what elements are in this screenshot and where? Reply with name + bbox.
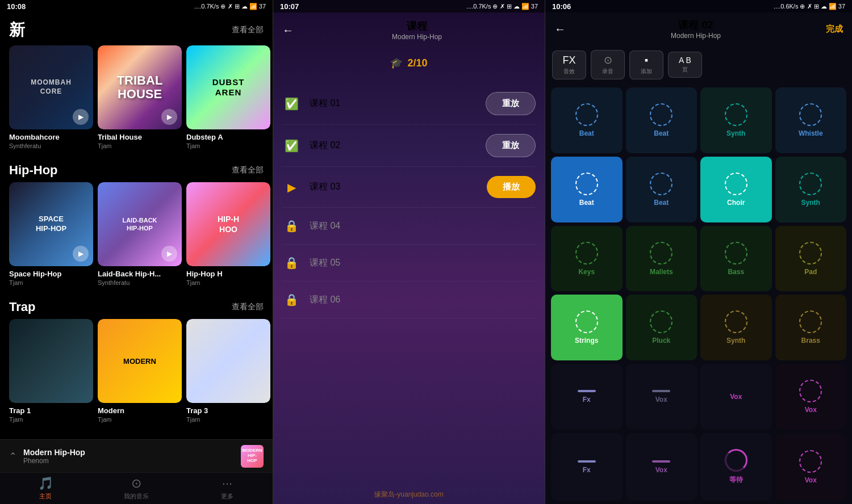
pad-fx-2[interactable]: Fx [551,433,623,501]
pad-beat-active[interactable]: Beat [551,157,623,222]
fx-effects-btn[interactable]: FX 音效 [552,51,586,79]
pad-subtitle: Modern Hip-Hop [566,32,826,40]
card-trap2[interactable]: MODERN Modern Tjam [98,319,182,423]
course-item-03: ▶ 课程 03 播放 [282,167,536,208]
pad-label-20: Vox [805,406,817,414]
pad-vox-3[interactable]: Vox [775,364,847,430]
pad-label-6: Beat [654,199,669,207]
see-all-hiphop-btn[interactable]: 查看全部 [232,165,264,175]
pad-bass[interactable]: Bass [700,226,772,292]
pad-ring-16 [799,310,822,333]
expand-icon[interactable]: ⌃ [9,451,16,461]
card-tribal[interactable]: TRIBALHOUSE ▶ Tribal House Tjam [98,45,182,149]
pad-beat-1[interactable]: Beat [551,87,623,153]
add-icon: ▪ [645,54,648,66]
pad-ring-7 [725,173,747,195]
course-name-05: 课程 05 [310,257,536,269]
library-panel: 10:08 ....0.7K/s ⊕ ✗ ⊞ ☁ 📶 37 新 查看全部 MOO… [0,0,273,504]
card-trap3[interactable]: Trap 3 Tjam [186,319,270,423]
pad-label-23: 等待 [729,475,743,485]
loading-ring [725,449,747,472]
pad-strings[interactable]: Strings [551,295,623,360]
course-status-01: ✅ [282,95,300,113]
pad-done-btn[interactable]: 完成 [826,24,843,35]
pad-ring-13 [575,310,598,333]
course-status-03: ▶ [282,178,300,196]
course-back-btn[interactable]: ← [282,24,294,37]
hiphop-section-title: Hip-Hop [9,163,58,178]
pad-mallets[interactable]: Mallets [626,226,698,292]
card-artist-hiphop-h: Tjam [186,279,270,286]
new-cards-row: MOOMBAHCORE ▶ Moombahcore Synthferatu TR… [0,45,273,156]
nav-more-label: 更多 [221,492,233,501]
pad-pad[interactable]: Pad [775,226,847,292]
card-artist-trap1: Tjam [9,416,93,423]
card-laidback[interactable]: LAID-BACKHIP-HOP ▶ Laid-Back Hip-H... Sy… [98,182,182,286]
card-moombahcore[interactable]: MOOMBAHCORE ▶ Moombahcore Synthferatu [9,45,93,149]
course-name-02: 课程 02 [310,140,477,152]
pad-ring-12 [799,242,822,264]
fx-page-btn[interactable]: A B 页 [668,52,702,78]
bottom-player: ⌃ Modern Hip-Hop Phenom MODERNHIP-HOP [0,439,273,472]
play-overlay-tribal[interactable]: ▶ [161,109,177,125]
course-replay-01[interactable]: 重放 [486,92,536,115]
card-dubstep[interactable]: DUBSTAREN Dubstep A Tjam [186,45,270,149]
fx-icon: FX [562,54,575,66]
play-overlay-moombahcore[interactable]: ▶ [73,109,89,125]
pad-vox-5[interactable]: Vox [775,433,847,501]
pad-keys[interactable]: Keys [551,226,623,292]
nav-home[interactable]: 🎵 主页 [0,473,91,504]
pad-ring-2 [650,103,673,126]
pad-loading[interactable]: 等待 [700,433,772,501]
card-hiphop-h[interactable]: HIP-HHOO Hip-Hop H Tjam [186,182,270,286]
card-name-moombahcore: Moombahcore [9,133,93,141]
course-item-02: ✅ 课程 02 重放 [282,125,536,167]
play-overlay-laidback[interactable]: ▶ [161,246,177,262]
fx-add-btn[interactable]: ▪ 添加 [629,51,663,79]
course-play-03[interactable]: 播放 [487,176,536,198]
pad-choir[interactable]: Choir [700,157,772,222]
status-icons-3: ....0.6K/s ⊕ ✗ ⊞ ☁ 📶 37 [774,3,845,10]
nav-more[interactable]: ··· 更多 [182,473,273,504]
status-time-1: 10:08 [7,2,26,11]
pad-ring-14 [650,310,673,333]
see-all-new-btn[interactable]: 查看全部 [232,25,264,35]
pad-vox-2[interactable]: Vox [700,364,772,430]
nav-mymusic[interactable]: ⊙ 我的音乐 [91,473,182,504]
pad-beat-3[interactable]: Beat [626,157,698,222]
player-thumb: MODERNHIP-HOP [241,445,264,468]
card-artist-dubstep: Tjam [186,142,270,149]
pad-synth-2[interactable]: Synth [775,157,847,222]
pad-vox-1[interactable]: Vox [626,364,698,430]
card-space-hiphop[interactable]: SPACEHIP-HOP ▶ Space Hip-Hop Tjam [9,182,93,286]
pad-beat-2[interactable]: Beat [626,87,698,153]
vox-line-2 [652,460,670,463]
tribal-text: TRIBALHOUSE [117,74,163,101]
vox-line-1 [652,390,670,392]
pad-pluck[interactable]: Pluck [626,295,698,360]
pad-synth-1[interactable]: Synth [700,87,772,153]
course-header: ← 课程 Modern Hip-Hop [273,12,545,48]
pad-brass[interactable]: Brass [775,295,847,360]
course-replay-02[interactable]: 重放 [486,134,536,157]
pad-ring-10 [650,242,673,264]
pad-back-btn[interactable]: ← [554,23,566,36]
card-name-dubstep: Dubstep A [186,133,270,141]
card-name-trap1: Trap 1 [9,406,93,415]
fx-record-btn[interactable]: ⊙ 录音 [591,50,625,79]
pad-vox-4[interactable]: Vox [626,433,698,501]
pad-whistle[interactable]: Whistle [775,87,847,153]
record-icon: ⊙ [604,54,612,66]
pad-label-10: Mallets [650,268,673,276]
pad-label-14: Pluck [652,337,670,345]
pad-label-24: Vox [805,476,817,484]
pad-fx-1[interactable]: Fx [551,364,623,430]
card-name-laidback: Laid-Back Hip-H... [98,270,182,278]
card-trap1[interactable]: Trap 1 Tjam [9,319,93,423]
course-list: ✅ 课程 01 重放 ✅ 课程 02 重放 ▶ 课程 03 播放 🔒 课程 04 [273,78,545,485]
play-overlay-space[interactable]: ▶ [73,246,89,262]
pad-synth-3[interactable]: Synth [700,295,772,360]
home-icon: 🎵 [38,476,53,491]
pad-ring-4 [799,103,822,126]
see-all-trap-btn[interactable]: 查看全部 [232,302,264,312]
